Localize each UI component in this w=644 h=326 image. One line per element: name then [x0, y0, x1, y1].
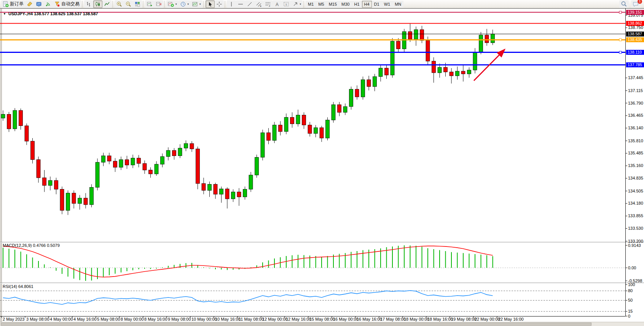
- candle: [308, 125, 312, 134]
- time-axis[interactable]: 2 May 20233 May 08:004 May 00:004 May 16…: [0, 317, 628, 322]
- candle: [60, 189, 64, 211]
- date-label: 9 May 08:00: [168, 317, 191, 321]
- crosshair-button[interactable]: [215, 0, 224, 8]
- templates-button[interactable]: ▾: [190, 0, 202, 8]
- chat-button[interactable]: 1: [631, 0, 641, 8]
- text-label-tool[interactable]: T: [282, 0, 291, 8]
- arrows-tool[interactable]: ▾: [291, 0, 303, 8]
- date-label: 10 May 16:00: [215, 317, 241, 321]
- price-tick-label: 136.465: [628, 113, 643, 118]
- chart-canvas[interactable]: [0, 8, 644, 322]
- price-tick-label: 133.855: [628, 213, 643, 218]
- macd-signal-line: [3, 246, 493, 277]
- new-order-icon: [3, 1, 9, 7]
- candle: [225, 189, 229, 199]
- line-handle[interactable]: [619, 51, 622, 54]
- tile-windows-button[interactable]: [133, 0, 142, 8]
- candle: [214, 184, 217, 194]
- chevron-down-icon: ▾: [199, 3, 201, 6]
- zoom-in-button[interactable]: [115, 0, 124, 8]
- rsi-tick-label: 50: [628, 298, 633, 303]
- text-tool[interactable]: A: [273, 0, 282, 8]
- market-watch-button[interactable]: [34, 0, 43, 8]
- brush-icon: [27, 1, 33, 7]
- zoom-out-button[interactable]: [124, 0, 133, 8]
- channel-tool[interactable]: E: [254, 0, 263, 8]
- date-label: 12 May 00:00: [262, 317, 288, 321]
- timeframe-H4[interactable]: H4: [362, 1, 372, 8]
- date-label: 11 May 08:00: [239, 317, 264, 321]
- date-label: 18 May 16:00: [427, 317, 453, 321]
- date-label: 19 May 08:00: [451, 317, 477, 321]
- auto-trading-button[interactable]: 自动交易: [53, 0, 81, 8]
- line-handle[interactable]: [619, 11, 622, 13]
- price-tick-label: 137.115: [628, 88, 643, 93]
- candle: [155, 164, 158, 174]
- fibonacci-tool[interactable]: F: [263, 0, 273, 8]
- template-icon: [192, 1, 198, 7]
- chart-shift-icon: [156, 1, 162, 7]
- candle: [302, 115, 306, 125]
- candle: [326, 120, 330, 138]
- candle: [107, 156, 111, 161]
- price-line-badge: 139.151: [626, 10, 644, 15]
- timeframe-M30[interactable]: M30: [339, 1, 352, 8]
- timeframe-M5[interactable]: M5: [316, 1, 326, 8]
- candle: [426, 40, 430, 61]
- search-icon: [621, 1, 627, 7]
- timeframe-D1[interactable]: D1: [372, 1, 382, 8]
- equidistant-channel-icon: E: [256, 1, 262, 7]
- toolbar-grip: [112, 1, 113, 7]
- price-line-badge: 138.435: [626, 37, 644, 42]
- candle: [491, 34, 495, 43]
- candle: [172, 150, 176, 156]
- horizontal-line-tool[interactable]: [236, 0, 245, 8]
- search-button[interactable]: [619, 0, 629, 8]
- timeframe-H1[interactable]: H1: [352, 1, 362, 8]
- bar-chart-button[interactable]: [84, 0, 93, 8]
- price-line-badge: 138.862: [626, 21, 644, 26]
- timeframe-MN[interactable]: MN: [392, 1, 403, 8]
- candle: [461, 71, 465, 74]
- scrollbar-thumb[interactable]: [1, 323, 591, 326]
- timeframe-W1[interactable]: W1: [382, 1, 393, 8]
- auto-trading-label: 自动交易: [61, 1, 80, 7]
- signals-button[interactable]: [43, 0, 53, 8]
- indicators-button[interactable]: ▾: [166, 0, 179, 8]
- candle: [25, 126, 29, 141]
- vertical-line-tool[interactable]: [227, 0, 236, 8]
- candle: [279, 125, 282, 132]
- trendline-tool[interactable]: [245, 0, 254, 8]
- timeframe-M15[interactable]: M15: [327, 1, 339, 8]
- line-handle[interactable]: [619, 39, 622, 41]
- text-label-icon: T: [283, 1, 289, 7]
- line-chart-button[interactable]: [102, 0, 112, 8]
- date-label: 16 May 16:00: [357, 317, 382, 321]
- candle: [290, 117, 294, 124]
- candle: [149, 170, 153, 174]
- line-chart-icon: [104, 1, 110, 7]
- candle: [48, 180, 52, 185]
- candle: [473, 52, 477, 70]
- candle: [373, 76, 377, 86]
- candle: [261, 133, 265, 157]
- periods-button[interactable]: ▾: [179, 0, 191, 8]
- rsi-tick-label: 80: [628, 288, 633, 293]
- auto-scroll-button[interactable]: [145, 0, 154, 8]
- candle: [137, 158, 141, 164]
- candle: [202, 183, 206, 190]
- candle: [43, 178, 46, 185]
- candle: [420, 30, 424, 40]
- date-label: 22 May 16:00: [498, 317, 524, 321]
- candlestick-chart-button[interactable]: [93, 0, 102, 8]
- timeframe-M1[interactable]: M1: [306, 1, 316, 8]
- chart-shift-button[interactable]: [154, 0, 163, 8]
- new-order-button[interactable]: 新订单: [1, 0, 25, 8]
- horizontal-scrollbar[interactable]: [0, 322, 644, 326]
- styles-button[interactable]: [25, 0, 34, 8]
- toolbar-grip: [82, 1, 83, 7]
- arrow-tool-icon: [292, 1, 298, 7]
- candle: [414, 30, 418, 39]
- price-tick-label: 134.180: [628, 201, 643, 206]
- cursor-button[interactable]: [206, 0, 215, 8]
